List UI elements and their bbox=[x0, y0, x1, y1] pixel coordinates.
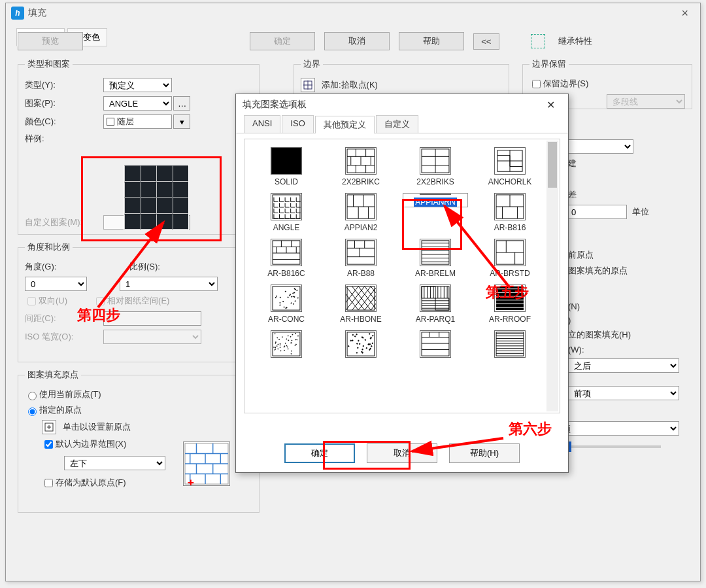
svg-point-161 bbox=[275, 334, 275, 334]
pattern-cell-AR-B816C[interactable]: AR-B816C bbox=[254, 239, 319, 278]
origin-current-radio[interactable]: 使用当前原点(T) bbox=[25, 389, 101, 400]
pattern-swatch-icon bbox=[420, 285, 451, 312]
pattern-swatch-icon bbox=[420, 147, 451, 175]
modal-help-button[interactable]: 帮助(H) bbox=[449, 443, 520, 463]
svg-point-88 bbox=[290, 295, 290, 296]
pattern-cell-_row5_3[interactable] bbox=[403, 330, 468, 360]
svg-point-205 bbox=[366, 347, 367, 349]
pattern-browse-button[interactable]: … bbox=[173, 96, 190, 111]
pattern-cell-AR-RROOF[interactable]: AR-RROOF bbox=[477, 285, 543, 324]
help-button[interactable]: 帮助 bbox=[399, 32, 464, 50]
type-select[interactable]: 预定义 bbox=[103, 78, 172, 92]
color-select[interactable]: 随层 bbox=[103, 114, 172, 129]
pattern-cell-ANCHORLK[interactable]: ANCHORLK bbox=[477, 147, 543, 186]
svg-point-215 bbox=[362, 353, 363, 354]
expand-button[interactable]: << bbox=[473, 33, 499, 50]
pick-point-icon[interactable] bbox=[301, 78, 315, 92]
pattern-cell-APPIANRN[interactable]: APPIANRN bbox=[403, 193, 468, 207]
svg-point-98 bbox=[280, 305, 280, 305]
transparency-slider[interactable] bbox=[566, 445, 661, 448]
pattern-cell-_row5_4[interactable] bbox=[477, 330, 543, 360]
pattern-cell-AR-B88[interactable]: AR-B88 bbox=[328, 239, 394, 278]
pattern-cell-AR-BRELM[interactable]: AR-BRELM bbox=[403, 239, 468, 278]
modal-titlebar: 填充图案选项板 ✕ bbox=[236, 94, 568, 115]
svg-point-212 bbox=[372, 343, 373, 344]
window-close-button[interactable]: × bbox=[675, 7, 695, 20]
set-origin-icon[interactable] bbox=[42, 420, 56, 434]
pattern-swatch-icon bbox=[271, 239, 302, 266]
svg-point-210 bbox=[370, 338, 371, 339]
modal-tab-ansi[interactable]: ANSI bbox=[244, 115, 280, 133]
scrollbar-thumb[interactable] bbox=[548, 142, 557, 188]
pattern-cell-AR-CONC[interactable]: AR-CONC bbox=[254, 285, 319, 324]
pattern-name-label: AR-HBONE bbox=[340, 315, 381, 324]
pattern-cell-2X2BRIKS[interactable]: 2X2BRIKS bbox=[403, 147, 468, 186]
modal-tab-other[interactable]: 其他预定义 bbox=[315, 116, 375, 133]
pattern-swatch-icon bbox=[494, 193, 526, 220]
retain-boundary-checkbox[interactable]: 保留边界(S) bbox=[530, 78, 588, 90]
sample-label: 样例: bbox=[25, 133, 103, 145]
pattern-name-label: AR-BRELM bbox=[415, 269, 456, 278]
svg-point-221 bbox=[357, 343, 358, 345]
svg-point-204 bbox=[352, 340, 353, 341]
group-angle-scale: 角度和比例 角度(G): 比例(S): 0 1 双向(U) 相对图纸空间(E) bbox=[18, 241, 260, 362]
modal-close-button[interactable]: ✕ bbox=[539, 95, 562, 114]
svg-point-94 bbox=[285, 291, 286, 292]
pattern-select[interactable]: ANGLE bbox=[103, 96, 172, 111]
angle-select[interactable]: 0 bbox=[25, 277, 87, 291]
group-boundary: 边界 添加:拾取点(K) bbox=[294, 58, 509, 97]
modal-tab-iso[interactable]: ISO bbox=[282, 115, 313, 133]
svg-point-192 bbox=[280, 343, 280, 344]
pattern-cell-AR-B816[interactable]: AR-B816 bbox=[477, 193, 543, 232]
store-origin-checkbox[interactable]: 存储为默认原点(F) bbox=[42, 477, 126, 487]
draw-order-select[interactable]: 之后 bbox=[568, 358, 679, 373]
svg-point-224 bbox=[369, 349, 371, 351]
group-type-pattern-legend: 类型和图案 bbox=[25, 58, 73, 70]
svg-point-87 bbox=[297, 298, 298, 298]
modal-ok-button[interactable]: 确定 bbox=[284, 443, 355, 463]
pattern-cell-AR-PARQ1[interactable]: AR-PARQ1 bbox=[403, 285, 468, 324]
svg-point-90 bbox=[293, 293, 294, 294]
modal-tab-custom[interactable]: 自定义 bbox=[376, 115, 418, 133]
color-label: 颜色(C): bbox=[25, 116, 103, 128]
scale-select[interactable]: 1 bbox=[120, 277, 218, 291]
pattern-cell-ANGLE[interactable]: ANGLE bbox=[254, 193, 319, 232]
inherit-icon[interactable] bbox=[531, 34, 545, 48]
svg-point-176 bbox=[297, 339, 297, 340]
angle-label: 角度(G): bbox=[25, 261, 103, 273]
svg-point-109 bbox=[288, 297, 288, 298]
pattern-cell-SOLID[interactable]: SOLID bbox=[254, 147, 319, 186]
svg-point-103 bbox=[294, 292, 295, 293]
palette-scrollbar[interactable] bbox=[546, 141, 558, 411]
sample-swatch[interactable] bbox=[124, 165, 189, 230]
default-extent-checkbox[interactable]: 默认为边界范围(X) bbox=[42, 439, 126, 449]
pattern-name-label: AR-CONC bbox=[268, 315, 305, 324]
svg-point-165 bbox=[275, 349, 276, 349]
isowidth-label: ISO 笔宽(O): bbox=[25, 331, 103, 343]
inherit-label: 继承特性 bbox=[558, 35, 592, 47]
svg-rect-225 bbox=[422, 332, 449, 356]
pattern-cell-AR-HBONE[interactable]: AR-HBONE bbox=[328, 285, 394, 324]
origin-corner-select[interactable]: 左下 bbox=[64, 456, 165, 470]
pattern-swatch-icon bbox=[345, 193, 377, 220]
modal-cancel-button[interactable]: 取消 bbox=[367, 443, 437, 463]
svg-point-162 bbox=[280, 347, 280, 348]
pattern-cell-AR-BRSTD[interactable]: AR-BRSTD bbox=[477, 239, 543, 278]
pattern-cell-_row5_1[interactable] bbox=[254, 330, 319, 360]
right-dropdown-1[interactable] bbox=[568, 139, 633, 154]
pattern-cell-_row5_2[interactable] bbox=[328, 330, 394, 360]
svg-point-223 bbox=[365, 339, 366, 341]
pattern-cell-APPIAN2[interactable]: APPIAN2 bbox=[328, 193, 394, 232]
group-boundary-retain-legend: 边界保留 bbox=[530, 58, 569, 70]
tolerance-input[interactable] bbox=[568, 205, 627, 219]
layer-select[interactable]: 前项 bbox=[568, 386, 679, 400]
origin-specified-radio[interactable]: 指定的原点 bbox=[25, 404, 82, 416]
spacing-label: 间距(C): bbox=[25, 313, 103, 324]
cancel-button[interactable]: 取消 bbox=[324, 32, 390, 50]
svg-point-200 bbox=[373, 336, 374, 337]
color-picker-button[interactable]: ▾ bbox=[173, 114, 190, 129]
svg-point-106 bbox=[292, 296, 292, 297]
pattern-cell-2X2BRIKC[interactable]: 2X2BRIKC bbox=[328, 147, 394, 186]
pattern-swatch-icon bbox=[420, 330, 451, 358]
svg-point-160 bbox=[284, 350, 284, 351]
